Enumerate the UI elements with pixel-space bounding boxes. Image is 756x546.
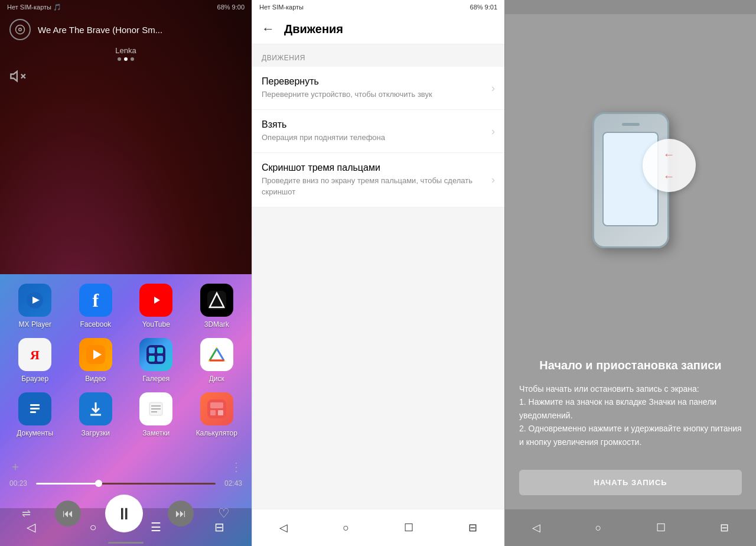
s2-status-right: 68% 9:01 xyxy=(470,4,497,11)
screen3-content: Начало и приостановка записи Чтобы начат… xyxy=(505,346,756,460)
add-button[interactable]: ＋ xyxy=(9,459,21,474)
screen3-heading: Начало и приостановка записи xyxy=(519,358,742,373)
swipe-indicator xyxy=(0,540,252,546)
svg-marker-2 xyxy=(11,72,17,81)
s3-back-button[interactable]: ◁ xyxy=(520,516,552,539)
screenshot-desc: Проведите вниз по экрану тремя пальцами,… xyxy=(262,176,491,197)
s2-status-left: Нет SIM-карты xyxy=(259,4,304,11)
settings-item-screenshot[interactable]: Скриншот тремя пальцами Проведите вниз п… xyxy=(252,153,504,207)
svg-point-0 xyxy=(16,25,25,34)
s3-home-button[interactable]: ○ xyxy=(583,517,613,539)
s2-notify-button[interactable]: ⊟ xyxy=(457,516,489,539)
settings-item-flip[interactable]: Перевернуть Переверните устройство, чтоб… xyxy=(252,67,504,110)
settings-item-pickup[interactable]: Взять Операция при поднятии телефона › xyxy=(252,110,504,153)
pickup-chevron: › xyxy=(491,125,495,138)
screen3-description: Чтобы начать или остановить запись с экр… xyxy=(519,382,742,448)
status-right-1: 68% 9:00 xyxy=(217,4,245,11)
artist-name: Lenka xyxy=(0,46,252,55)
s3-notify-button[interactable]: ⊟ xyxy=(708,516,741,539)
start-recording-button[interactable]: НАЧАТЬ ЗАПИСЬ xyxy=(519,470,742,495)
screen2-title: Движения xyxy=(284,22,343,36)
pause-button[interactable]: ⏸ xyxy=(105,495,143,532)
music-disc-icon xyxy=(9,19,31,40)
screen2-header: ← Движения xyxy=(252,14,504,44)
movements-section-label: ДВИЖЕНИЯ xyxy=(252,44,504,67)
shuffle-button[interactable]: ⇌ xyxy=(22,507,31,520)
screen2-status-bar: Нет SIM-карты 68% 9:01 xyxy=(252,0,504,14)
phone-illustration: ← ← xyxy=(581,14,681,346)
pickup-title: Взять xyxy=(262,119,491,130)
mute-icon[interactable] xyxy=(0,61,252,94)
screen3-navigation: ◁ ○ ☐ ⊟ xyxy=(505,509,756,546)
screenshot-chevron: › xyxy=(491,174,495,186)
svg-point-1 xyxy=(19,28,22,31)
back-button[interactable]: ← xyxy=(262,21,275,37)
flip-chevron: › xyxy=(491,82,495,95)
screen3-status-bar xyxy=(505,0,756,14)
s3-recent-button[interactable]: ☐ xyxy=(644,516,677,539)
screen2-navigation: ◁ ○ ☐ ⊟ xyxy=(252,509,504,546)
next-button[interactable]: ⏭ xyxy=(168,500,194,526)
s2-home-button[interactable]: ○ xyxy=(331,517,361,539)
s2-back-button[interactable]: ◁ xyxy=(268,516,299,539)
progress-bar[interactable] xyxy=(36,483,216,485)
more-button[interactable]: ⋮ xyxy=(230,460,242,474)
favorite-button[interactable]: ♡ xyxy=(218,506,230,521)
flip-desc: Переверните устройство, чтобы отключить … xyxy=(262,89,491,100)
flip-title: Перевернуть xyxy=(262,76,491,87)
total-time: 02:43 xyxy=(221,479,242,488)
s2-recent-button[interactable]: ☐ xyxy=(392,516,425,539)
prev-button[interactable]: ⏮ xyxy=(55,500,81,526)
song-title: We Are The Brave (Honor Sm... xyxy=(38,25,242,35)
pickup-desc: Операция при поднятии телефона xyxy=(262,132,491,143)
current-time: 00:23 xyxy=(9,479,30,488)
screenshot-title: Скриншот тремя пальцами xyxy=(262,162,491,173)
status-left-1: Нет SIM-карты 🎵 xyxy=(7,4,61,11)
